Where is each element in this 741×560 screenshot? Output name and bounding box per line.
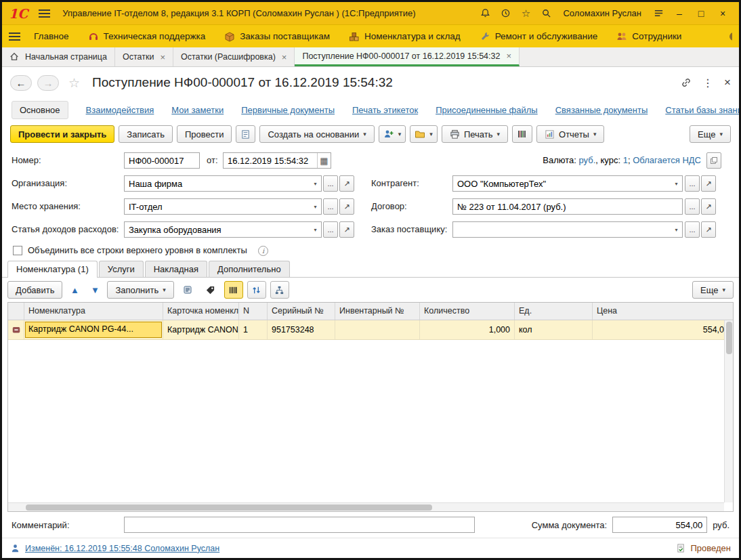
col-card[interactable]: Карточка номенкл...	[163, 303, 239, 320]
horizontal-scrollbar[interactable]	[8, 502, 724, 511]
tab-postuplenie-active[interactable]: Поступление НФ00-000017 от 16.12.2019 15…	[295, 47, 520, 66]
organization-choose-button[interactable]: ...	[323, 175, 338, 192]
col-inventory[interactable]: Инвентарный №	[335, 303, 420, 320]
vertical-scrollbar-thumb[interactable]	[726, 322, 732, 354]
dropdown-arrow-icon[interactable]: ▾	[671, 176, 682, 191]
horizontal-scrollbar-thumb[interactable]	[26, 504, 432, 511]
cell-nomenclature[interactable]: Картридж CANON PG-44...	[24, 320, 163, 339]
dropdown-arrow-icon[interactable]: ▾	[310, 199, 321, 214]
data-terminal-button[interactable]	[178, 281, 197, 299]
menu-item-repair-service[interactable]: Ремонт и обслуживание	[470, 25, 608, 47]
contract-choose-button[interactable]: ...	[685, 198, 700, 215]
cell-price[interactable]: 554,00	[593, 320, 733, 339]
contractor-field[interactable]: ООО "КомпьютерТех" ▾	[452, 175, 683, 192]
close-document-icon[interactable]: ×	[724, 76, 731, 89]
cell-card[interactable]: Картридж CANON ...	[163, 320, 239, 339]
dropdown-arrow-icon[interactable]: ▾	[310, 176, 321, 191]
price-checker-button[interactable]	[512, 125, 532, 143]
tab-ostatki-rasshifrovka[interactable]: Остатки (Расшифровка) ×	[173, 47, 295, 66]
tab-invoice[interactable]: Накладная	[145, 261, 207, 277]
navlink-prisoedinennye-fayly[interactable]: Присоединенные файлы	[436, 105, 538, 115]
notifications-bell-icon[interactable]	[476, 5, 494, 22]
menu-item-tech-support[interactable]: Техническая поддержка	[79, 25, 215, 47]
maximize-button[interactable]: □	[692, 5, 711, 22]
col-n[interactable]: N	[239, 303, 268, 320]
sections-menu-icon[interactable]	[9, 33, 20, 41]
search-icon[interactable]	[537, 5, 555, 22]
col-quantity[interactable]: Количество	[420, 303, 515, 320]
supplier-order-open-button[interactable]: ↗	[701, 221, 716, 238]
hierarchy-button[interactable]	[270, 281, 289, 299]
navlink-pechat-etiketok[interactable]: Печать этикеток	[352, 105, 418, 115]
get-link-icon[interactable]	[681, 77, 692, 88]
navlink-moi-zametki[interactable]: Мои заметки	[171, 105, 224, 115]
minimize-button[interactable]: –	[670, 5, 689, 22]
tab-close-icon[interactable]: ×	[282, 52, 287, 62]
cell-quantity[interactable]: 1,000	[420, 320, 515, 339]
table-row[interactable]: Картридж CANON PG-44... Картридж CANON .…	[8, 320, 733, 340]
number-field[interactable]: НФ00-000017	[124, 152, 200, 169]
history-clock-icon[interactable]	[496, 5, 514, 22]
add-to-favorites-star-icon[interactable]: ☆	[68, 75, 80, 91]
items-more-button[interactable]: Еще ▾	[692, 281, 734, 299]
menu-item-employees[interactable]: Сотрудники	[607, 25, 691, 47]
menu-item-supplier-orders[interactable]: Заказы поставщикам	[215, 25, 339, 47]
move-row-down-icon[interactable]: ▼	[87, 282, 103, 298]
modified-history-link[interactable]: Изменён: 16.12.2019 15:55:48 Соломахин Р…	[25, 544, 219, 553]
expense-item-field[interactable]: Закупка оборудования ▾	[124, 221, 322, 238]
tab-ostatki[interactable]: Остатки ×	[115, 47, 173, 66]
forward-button[interactable]: →	[37, 75, 59, 91]
supplier-order-field[interactable]: ▾	[452, 221, 683, 238]
move-row-up-icon[interactable]: ▲	[66, 282, 83, 298]
document-movements-button[interactable]	[236, 125, 255, 143]
currency-link[interactable]: руб.	[579, 155, 596, 165]
col-unit[interactable]: Ед.	[515, 303, 593, 320]
reports-button[interactable]: Отчеты ▾	[536, 125, 604, 143]
calendar-icon[interactable]: ▦	[317, 153, 331, 168]
storage-field[interactable]: IT-отдел ▾	[124, 198, 322, 215]
cell-n[interactable]: 1	[239, 320, 268, 339]
currency-settings-button[interactable]	[706, 152, 721, 169]
print-button[interactable]: Печать ▾	[442, 125, 508, 143]
fill-button[interactable]: Заполнить ▾	[107, 281, 173, 299]
cell-serial[interactable]: 951753248	[268, 320, 335, 339]
tab-close-icon[interactable]: ×	[160, 52, 165, 62]
navlink-stati-bazy-znaniy[interactable]: Статьи базы знаний	[665, 105, 741, 115]
dropdown-arrow-icon[interactable]: ▾	[310, 222, 321, 237]
date-field[interactable]: 16.12.2019 15:54:32 ▦	[223, 152, 331, 169]
current-user[interactable]: Соломахин Руслан	[563, 8, 641, 18]
vertical-scrollbar[interactable]	[724, 320, 733, 502]
contract-open-button[interactable]: ↗	[701, 198, 716, 215]
contacts-dropdown-button[interactable]: ▾	[379, 125, 406, 143]
cell-unit[interactable]: кол	[515, 320, 593, 339]
tab-services[interactable]: Услуги	[99, 261, 144, 277]
import-export-button[interactable]	[247, 281, 266, 299]
more-actions-dots-icon[interactable]: ⋮	[702, 77, 713, 89]
navlink-osnovnoe[interactable]: Основное	[12, 101, 68, 119]
tab-home[interactable]: Начальная страница	[2, 47, 115, 66]
price-tag-button[interactable]	[201, 281, 220, 299]
contract-field[interactable]: № 223 от 11.04.2017 (руб.)	[452, 198, 683, 215]
storage-choose-button[interactable]: ...	[323, 198, 338, 215]
barcode-button-active[interactable]	[224, 281, 243, 299]
menu-item-main[interactable]: Главное	[24, 25, 79, 47]
contractor-open-button[interactable]: ↗	[701, 175, 716, 192]
expense-item-open-button[interactable]: ↗	[339, 221, 354, 238]
storage-open-button[interactable]: ↗	[339, 198, 354, 215]
rate-link[interactable]: 1	[623, 155, 628, 165]
post-button[interactable]: Провести	[177, 125, 232, 143]
expense-item-choose-button[interactable]: ...	[323, 221, 338, 238]
create-on-base-button[interactable]: Создать на основании ▾	[259, 125, 374, 143]
files-dropdown-button[interactable]: ▾	[410, 125, 438, 143]
col-nomenclature[interactable]: Номенклатура	[24, 303, 163, 320]
contractor-choose-button[interactable]: ...	[685, 175, 700, 192]
col-serial[interactable]: Серийный №	[268, 303, 335, 320]
tab-additional[interactable]: Дополнительно	[209, 261, 290, 277]
supplier-order-choose-button[interactable]: ...	[685, 221, 700, 238]
info-icon[interactable]: i	[258, 246, 268, 256]
main-menu-icon[interactable]	[39, 9, 50, 18]
dropdown-arrow-icon[interactable]: ▾	[671, 222, 682, 237]
organization-open-button[interactable]: ↗	[339, 175, 354, 192]
close-window-button[interactable]: ×	[713, 5, 732, 22]
back-button[interactable]: ←	[10, 75, 32, 91]
